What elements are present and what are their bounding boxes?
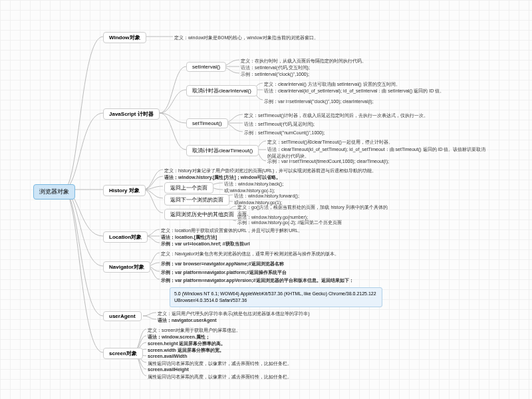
branch-navigator[interactable]: Navigator对象 — [103, 261, 150, 273]
s-7: screen.availHeight — [148, 367, 189, 372]
sub-settimeout[interactable]: setTimeout() — [186, 118, 228, 128]
s-5: screen.availWidth — [148, 354, 187, 358]
l-2: 语法：location.[属性|方法] — [161, 234, 217, 241]
branch-useragent[interactable]: userAgent — [103, 311, 142, 321]
n-3: 示例：var platform=navigator.platform;//返回操… — [161, 269, 287, 276]
branch-history[interactable]: History 对象 — [103, 185, 146, 196]
s-1: 定义：screen对象用于获取用户的屏幕信息。 — [148, 327, 241, 334]
ci-2: 语法：clearInterval(id_of_setInterval); id_… — [264, 88, 450, 94]
si-3: 示例：setInterval("clock()",1000); — [241, 71, 309, 78]
s-8: 属性返回访问者屏幕的高度，以像素计，减去界面特性，比如任务栏。 — [148, 374, 292, 380]
branch-screen[interactable]: screen对象 — [103, 348, 143, 359]
s-2: 语法：window.screen.属性； — [148, 334, 210, 340]
h-2: 语法：window.history.[属性|方法]；window可以省略。 — [164, 174, 281, 181]
sub-clearinterval[interactable]: 取消计时器clearInterval() — [186, 85, 257, 96]
n-4: 示例：var platform=navigator.appVersion;//返… — [161, 277, 354, 284]
ci-1: 定义：clearInterval() 方法可取消由 setInterval() … — [264, 81, 400, 88]
sub-forward[interactable]: 返回下一个浏览的页面 — [164, 194, 229, 205]
n-2: 示例：var browser=navigator.appName;//返回浏览器… — [161, 261, 284, 267]
si-2: 语法：setInterval(代码,交互时间); — [241, 65, 310, 71]
root-node[interactable]: 浏览器对象 — [33, 184, 75, 200]
branch-timer[interactable]: JavaScript 计时器 — [103, 108, 160, 120]
sub-cleartimeout[interactable]: 取消计时器clearTimeout() — [186, 145, 259, 156]
branch-window[interactable]: Window对象 — [103, 32, 146, 43]
ct-3: 示例：var i=setTimeout(timedCount,1000); cl… — [267, 158, 454, 165]
l-3: 示例：var url=location.href; //获取当前url — [161, 241, 294, 247]
n-1: 定义：Navigator对象包含有关浏览器的信息，通常用于检测浏览器与操作系统的… — [161, 251, 339, 257]
s-4: screen.width 返回屏幕分辨率的宽。 — [148, 347, 224, 354]
sub-other[interactable]: 返回浏览历史中的其他页面 — [164, 209, 240, 220]
ho-3: 示例：window.history.go(-2); //返回第二个历史页面 — [237, 219, 370, 226]
sub-back[interactable]: 返回上一个页面 — [164, 182, 213, 194]
st-3: 示例：setTimeout("numCount()",1000); — [244, 130, 325, 136]
s-6: 属性返回访问者屏幕的宽度，以像素计，减去界面特性，比如任务栏。 — [148, 360, 292, 367]
st-1: 定义：setTimeout()计时器，在载入后延迟指定时间后，去执行一次表达式，… — [244, 112, 428, 119]
branch-location[interactable]: Location对象 — [103, 231, 148, 243]
st-2: 语法：setTimeout(代码,延迟时间); — [244, 121, 315, 128]
si-1: 定义：在执行时时，从载入页面后每隔指定的时间执行代码。 — [241, 58, 366, 65]
ua-1: 定义：返回用户代理头的字符串表示(就是包括浏览器版本信息等的字符串) — [158, 311, 310, 317]
ct-1: 定义：setTimeout()和clearTimeout()一起使用，停止计时器… — [267, 139, 393, 146]
hf-1: 语法：window.history.forward(); — [234, 193, 299, 200]
info-box: 5.0 (Windows NT 6.1; WOW64) AppleWebKit/… — [170, 287, 382, 307]
ua-2: 语法：navigator.userAgent — [158, 317, 217, 324]
h-1: 定义：history对象记录了用户曾经浏览过的页面(URL)，并可以实现浏览器前… — [164, 168, 376, 174]
sub-setinterval[interactable]: setInterval() — [186, 62, 226, 72]
l-1: 定义：location用于获取或设置窗体的URL，并且可以用于解析URL。 — [161, 227, 303, 234]
window-def: 定义：window对象是BOM的核心，window对象指当前的浏览器窗口。 — [174, 35, 319, 41]
hb-1: 语法：window.history.back(); — [224, 181, 283, 188]
ct-2: 语法：clearTimeout(id_of_setTimeout); id_of… — [267, 146, 487, 160]
ci-3: 示例：var i=setInterval("clock()",100); cle… — [264, 98, 430, 105]
s-3: screen.height 返回屏幕分辨率的高。 — [148, 340, 225, 347]
